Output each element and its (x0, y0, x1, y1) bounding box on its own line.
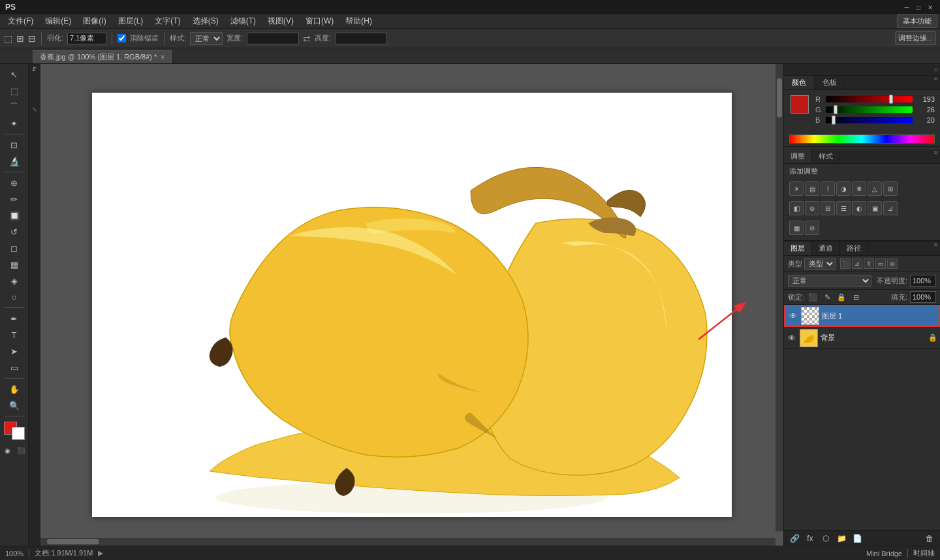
g-thumb[interactable] (834, 105, 838, 114)
tab-color[interactable]: 颜色 (784, 76, 815, 89)
layer-item-layer1[interactable]: 👁 图层 1 (784, 305, 940, 327)
delete-layer-btn[interactable]: 🗑 (923, 533, 936, 544)
lock-artboards-btn[interactable]: ⊟ (850, 291, 862, 303)
fill-input[interactable] (910, 291, 936, 303)
tab-layers[interactable]: 图层 (784, 241, 812, 255)
shape-tool[interactable]: ▭ (3, 360, 26, 375)
menu-image[interactable]: 图像(I) (78, 14, 111, 28)
menu-file[interactable]: 文件(F) (3, 14, 39, 28)
adj-levels[interactable]: ▤ (805, 181, 819, 196)
panel-menu-icon[interactable]: ≡ (932, 67, 940, 73)
canvas-icon-2[interactable]: ⤢ (31, 107, 38, 146)
timeline-label[interactable]: 时间轴 (913, 548, 935, 558)
healing-brush-tool[interactable]: ⊕ (3, 175, 26, 191)
adj-exposure[interactable]: ◑ (836, 181, 851, 196)
new-group-btn[interactable]: 📁 (835, 533, 848, 544)
background-color[interactable] (12, 427, 25, 440)
adj-threshold[interactable]: ⊿ (883, 201, 898, 215)
adjust-edge-button[interactable]: 调整边缘... (895, 31, 936, 45)
menu-edit[interactable]: 编辑(E) (40, 14, 76, 28)
feather-input[interactable] (67, 33, 106, 44)
filter-shape-icon[interactable]: ▭ (875, 258, 886, 269)
crop-tool[interactable]: ⊡ (3, 137, 26, 153)
blur-tool[interactable]: ◈ (3, 273, 26, 288)
mini-bridge-label[interactable]: Mini Bridge (866, 550, 902, 557)
path-selection-tool[interactable]: ➤ (3, 343, 26, 359)
gradient-tool[interactable]: ▦ (3, 257, 26, 272)
menu-text[interactable]: 文字(T) (149, 14, 185, 28)
r-thumb[interactable] (889, 95, 893, 104)
swap-icon[interactable]: ⇄ (303, 33, 311, 44)
adj-hsl[interactable]: △ (868, 181, 882, 196)
blend-mode-select[interactable]: 正常 (788, 275, 871, 287)
document-tab[interactable]: 香蕉.jpg @ 100% (图层 1, RGB/8#) * × (33, 50, 172, 63)
tab-paths[interactable]: 路径 (840, 241, 868, 255)
history-brush-tool[interactable]: ↺ (3, 224, 26, 240)
lock-all-btn[interactable]: 🔒 (836, 291, 847, 303)
quick-mask-mode[interactable]: ◉ (2, 444, 14, 456)
adj-brightness[interactable]: ☀ (789, 181, 804, 196)
adj-invert[interactable]: ◐ (852, 201, 866, 215)
move-tool[interactable]: ↖ (3, 67, 26, 82)
g-slider[interactable] (826, 106, 913, 113)
menu-layer[interactable]: 图层(L) (113, 14, 149, 28)
scroll-thumb-vertical[interactable] (777, 78, 782, 117)
adj-bw[interactable]: ◧ (789, 201, 804, 215)
eyedropper-tool[interactable]: 🔬 (3, 153, 26, 169)
lasso-tool[interactable]: ⌒ (3, 99, 26, 115)
adj-channelmixer[interactable]: ⊟ (821, 201, 835, 215)
adj-vibrance[interactable]: ❋ (852, 181, 866, 196)
anti-alias-checkbox[interactable] (118, 34, 126, 42)
zoom-tool[interactable]: 🔍 (3, 397, 26, 413)
menu-filter[interactable]: 滤镜(T) (225, 14, 261, 28)
layer-visibility-background[interactable]: 👁 (787, 333, 797, 343)
standard-screen-mode[interactable]: ⬛ (15, 444, 27, 456)
minimize-button[interactable]: ─ (902, 3, 911, 12)
layer-item-background[interactable]: 👁 背景 🔒 (784, 327, 940, 349)
b-slider[interactable] (826, 117, 913, 123)
lock-position-btn[interactable]: ✎ (821, 291, 833, 303)
layer-visibility-layer1[interactable]: 👁 (788, 311, 798, 321)
menu-select[interactable]: 选择(S) (187, 14, 224, 28)
lock-pixels-btn[interactable]: ⬛ (807, 291, 819, 303)
magic-wand-tool[interactable]: ✦ (3, 116, 26, 131)
height-input[interactable] (335, 33, 387, 44)
brush-tool[interactable]: ✏ (3, 191, 26, 207)
adj-photofilter[interactable]: ⊜ (805, 201, 819, 215)
hand-tool[interactable]: ✋ (3, 381, 26, 397)
opacity-input[interactable] (910, 275, 936, 287)
layer-type-select[interactable]: 类型 (804, 258, 836, 270)
filter-pixel-icon[interactable]: ⬛ (840, 258, 851, 269)
adj-selectivecolor[interactable]: ⊘ (805, 221, 819, 235)
workspace-selector[interactable]: 基本功能 (897, 14, 937, 28)
adj-colorbalance[interactable]: ⊞ (883, 181, 898, 196)
close-button[interactable]: ✕ (926, 3, 935, 12)
canvas-horizontal-scrollbar[interactable] (40, 538, 776, 546)
clone-stamp-tool[interactable]: 🔲 (3, 208, 26, 223)
width-input[interactable] (247, 33, 299, 44)
color-panel-collapse[interactable]: ≡ (932, 76, 940, 89)
filter-text-icon[interactable]: T (864, 258, 874, 269)
tab-swatch[interactable]: 色板 (815, 76, 845, 89)
menu-window[interactable]: 窗口(W) (300, 14, 339, 28)
tab-styles[interactable]: 样式 (812, 149, 840, 163)
b-thumb[interactable] (832, 116, 836, 125)
text-tool[interactable]: T (3, 327, 26, 343)
filter-adjustment-icon[interactable]: ⊿ (852, 258, 862, 269)
menu-help[interactable]: 帮助(H) (340, 14, 377, 28)
adj-colorlookup[interactable]: ☰ (836, 201, 851, 215)
menu-view[interactable]: 视图(V) (262, 14, 299, 28)
tab-adjustments[interactable]: 调整 (784, 149, 812, 163)
scroll-thumb-horizontal[interactable] (47, 539, 99, 544)
add-mask-btn[interactable]: ⬡ (819, 533, 832, 544)
layers-panel-collapse[interactable]: ≡ (932, 241, 940, 255)
link-layers-btn[interactable]: 🔗 (788, 533, 801, 544)
r-slider[interactable] (826, 96, 913, 102)
adj-gradientmap[interactable]: ▦ (789, 221, 804, 235)
add-style-btn[interactable]: fx (804, 533, 817, 544)
color-spectrum[interactable] (789, 134, 935, 144)
adj-panel-collapse[interactable]: ≡ (932, 149, 940, 163)
doc-info-arrow[interactable]: ▶ (98, 549, 103, 557)
adj-posterize[interactable]: ▣ (868, 201, 882, 215)
dodge-tool[interactable]: ○ (3, 289, 26, 305)
